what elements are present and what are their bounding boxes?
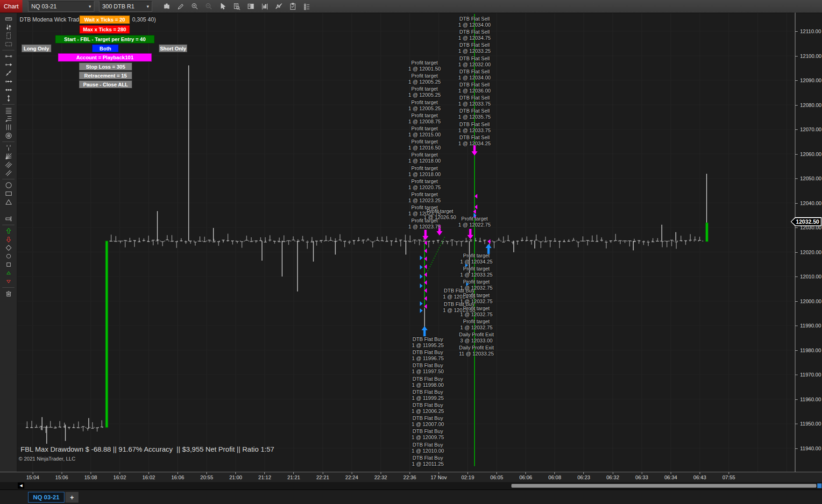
strategy-button-long-only[interactable]: Long Only: [21, 44, 51, 52]
up-arrow-marker-icon[interactable]: [2, 227, 15, 235]
scroll-corner-button[interactable]: [817, 483, 822, 488]
updown-arrows-icon[interactable]: [2, 23, 15, 31]
price-tick-label: 12090.00: [800, 78, 822, 83]
chart-trader-icon[interactable]: [244, 1, 258, 12]
strategy-button-account-playback101[interactable]: Account = Playback101: [58, 53, 152, 62]
time-tick: 06:33: [627, 472, 657, 480]
parallel-lines-icon[interactable]: [2, 161, 15, 169]
vertical-region-icon[interactable]: [2, 32, 15, 40]
fib-retracement-icon[interactable]: [2, 106, 15, 114]
time-tick: 06:43: [685, 472, 715, 480]
cursor-icon[interactable]: [216, 1, 230, 12]
parallel-channel-icon[interactable]: [2, 169, 15, 177]
arrow-line-icon[interactable]: [2, 61, 15, 69]
vertical-lines-icon[interactable]: [2, 123, 15, 131]
trade-label: Profit target1 @ 12023.25: [408, 192, 440, 204]
trade-label: Profit target1 @ 12032.75: [460, 292, 492, 305]
trade-label: DTB Flat Buy1 @ 12009.75: [411, 428, 444, 440]
price-tick-label: 12010.00: [800, 274, 822, 279]
instrument-selector[interactable]: NQ 03-21 ▾: [28, 1, 94, 12]
price-tick: [795, 129, 798, 130]
pitchfork-icon[interactable]: [2, 144, 15, 152]
diamond-marker-icon[interactable]: [2, 244, 15, 252]
price-tick-label: 12000.00: [800, 298, 822, 304]
bar-spacing-icon[interactable]: [258, 1, 272, 12]
price-tick: [795, 31, 798, 32]
dot-marker-icon[interactable]: [2, 252, 15, 260]
price-tick: [795, 105, 798, 106]
trade-label: DTB Flat Buy1 @ 11996.75: [412, 349, 444, 362]
gann-fan-icon[interactable]: [2, 152, 15, 160]
trade-label: DTB Flat Sell1 @ 12033.75: [458, 95, 490, 107]
chart-style-icon[interactable]: [160, 1, 174, 12]
ray-icon[interactable]: [2, 78, 15, 85]
data-box-icon[interactable]: [230, 1, 244, 12]
time-tick-label: 06:23: [569, 475, 599, 480]
strategy-button-wait-x-ticks-20[interactable]: Wait x Ticks = 20: [79, 15, 130, 24]
pencil-icon[interactable]: [174, 1, 188, 12]
trade-label: DTB Flat Sell1 @ 12032.00: [458, 56, 490, 68]
scroll-left-icon[interactable]: ◀: [18, 483, 24, 489]
arc-icon[interactable]: [2, 206, 15, 214]
strategy-button-stop-loss-305[interactable]: Stop Loss = 305: [79, 63, 132, 71]
time-tick-label: 16:06: [163, 475, 193, 480]
time-tick-label: 15:08: [76, 475, 106, 480]
strategy-button-start-fbl-target-per-entry-40[interactable]: Start - FBL - Target per Entry = 40: [55, 35, 155, 43]
rectangle-icon[interactable]: [2, 190, 15, 198]
strategy-button-retracement-15[interactable]: Retracement = 15: [79, 71, 132, 79]
time-tick-label: 22:24: [337, 475, 367, 480]
trade-label: Profit target1 @ 12005.25: [408, 86, 440, 98]
strategy-icon[interactable]: [286, 1, 300, 12]
strategy-button-both[interactable]: Both: [92, 44, 119, 52]
price-tick-label: 11990.00: [800, 323, 821, 328]
tab-nq-03-21[interactable]: NQ 03-21: [28, 492, 64, 503]
diagonal-line-icon[interactable]: [2, 69, 15, 77]
chart-menu-button[interactable]: Chart: [0, 0, 22, 13]
trade-label: Profit target1 @ 12018.00: [408, 165, 440, 177]
copyright-text: © 2021 NinjaTrader, LLC: [19, 456, 75, 461]
time-tick-label: 22:32: [366, 475, 396, 480]
strategy-button-max-x-ticks-280[interactable]: Max x Ticks = 280: [79, 25, 130, 34]
time-axis[interactable]: 15:0415:0615:0816:0216:0216:0620:5521:00…: [0, 472, 822, 483]
trade-label: DTB Flat Sell1 @ 12035.75: [458, 108, 490, 120]
regression-icon[interactable]: [272, 1, 286, 12]
performance-status: FBL Max Drawdown $ -68.88 || 91.67% Accu…: [21, 445, 274, 453]
properties-icon[interactable]: [300, 1, 314, 12]
triangle-down-marker-icon[interactable]: [2, 277, 15, 285]
chevron-down-icon: ▾: [89, 4, 91, 9]
horizontal-scrollbar[interactable]: [511, 484, 816, 488]
text-note-icon[interactable]: [2, 215, 15, 223]
ruler-icon[interactable]: [2, 15, 15, 23]
zoom-in-icon[interactable]: [188, 1, 202, 12]
trash-icon[interactable]: [2, 290, 15, 298]
price-tick: [795, 399, 798, 400]
trade-label: Profit target1 @ 12032.75: [460, 279, 492, 291]
down-arrow-marker-icon[interactable]: [2, 235, 15, 243]
circles-icon[interactable]: [2, 132, 15, 140]
vertical-line-tool-icon[interactable]: [2, 94, 15, 102]
fib-extension-icon[interactable]: [2, 115, 15, 123]
time-tick-label: 02:19: [453, 475, 483, 480]
horizontal-region-icon[interactable]: [2, 40, 15, 48]
add-tab-button[interactable]: +: [65, 492, 78, 503]
trade-label: DTB Flat Sell1 @ 12034.00: [458, 69, 490, 81]
time-tick: 21:00: [221, 472, 251, 480]
square-marker-icon[interactable]: [2, 261, 15, 269]
time-tick-label: 21:21: [279, 475, 309, 480]
zoom-out-icon[interactable]: [202, 1, 216, 12]
interval-selector[interactable]: 300 DTB R1 ▾: [99, 1, 152, 12]
triangle-icon[interactable]: [2, 198, 15, 206]
time-tick: 16:06: [163, 472, 193, 480]
trade-label: DTB Flat Buy1 @ 12010.00: [411, 442, 444, 454]
strategy-button-pause-close-all[interactable]: Pause - Close ALL: [79, 80, 132, 88]
price-tick-label: 11960.00: [800, 397, 821, 402]
strategy-button-short-only[interactable]: Short Only: [159, 44, 187, 52]
segment-icon[interactable]: [2, 52, 15, 60]
price-axis[interactable]: 12032.50 12110.0012100.0012090.0012080.0…: [795, 13, 822, 472]
toolbar-divider: [2, 142, 14, 142]
extended-line-icon[interactable]: [2, 86, 15, 94]
time-tick: 15:06: [47, 472, 77, 480]
price-tick-label: 12050.00: [800, 176, 822, 181]
triangle-up-marker-icon[interactable]: [2, 269, 15, 277]
ellipse-icon[interactable]: [2, 181, 15, 189]
